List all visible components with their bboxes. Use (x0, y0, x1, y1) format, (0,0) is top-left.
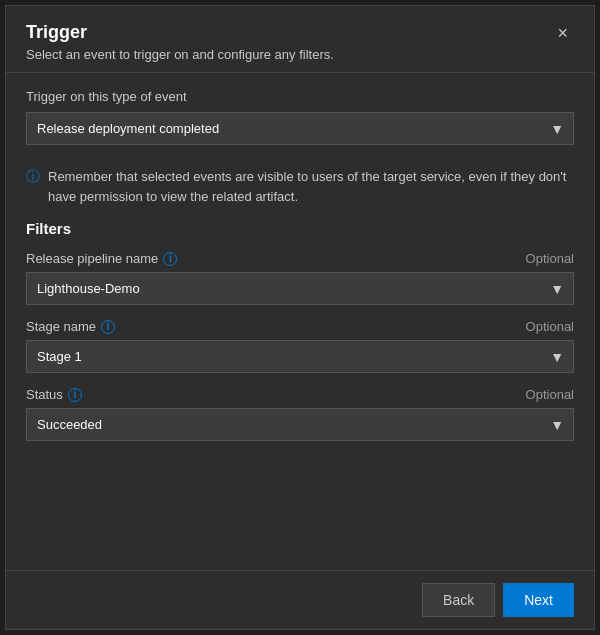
stage-name-label-row: Stage name i Optional (26, 319, 574, 334)
status-select-wrapper: Succeeded ▼ (26, 408, 574, 441)
pipeline-name-info-icon: i (163, 252, 177, 266)
status-label: Status (26, 387, 63, 402)
stage-name-select[interactable]: Stage 1 (26, 340, 574, 373)
trigger-type-select[interactable]: Release deployment completed (26, 112, 574, 145)
stage-name-filter: Stage name i Optional Stage 1 ▼ (26, 319, 574, 373)
trigger-dialog: Trigger Select an event to trigger on an… (5, 5, 595, 630)
status-select[interactable]: Succeeded (26, 408, 574, 441)
status-label-row: Status i Optional (26, 387, 574, 402)
info-icon: ⓘ (26, 168, 40, 186)
stage-name-optional: Optional (526, 319, 574, 334)
stage-name-select-wrapper: Stage 1 ▼ (26, 340, 574, 373)
pipeline-name-label-left: Release pipeline name i (26, 251, 177, 266)
header-text: Trigger Select an event to trigger on an… (26, 22, 334, 62)
info-message: Remember that selected events are visibl… (48, 167, 574, 206)
dialog-title: Trigger (26, 22, 334, 43)
filters-heading: Filters (26, 220, 574, 237)
pipeline-name-select-wrapper: Lighthouse-Demo ▼ (26, 272, 574, 305)
status-info-icon: i (68, 388, 82, 402)
close-button[interactable]: × (551, 22, 574, 44)
next-button[interactable]: Next (503, 583, 574, 617)
dialog-header: Trigger Select an event to trigger on an… (6, 6, 594, 73)
trigger-type-wrapper: Release deployment completed ▼ (26, 112, 574, 145)
trigger-section-label: Trigger on this type of event (26, 89, 574, 104)
pipeline-name-optional: Optional (526, 251, 574, 266)
status-label-left: Status i (26, 387, 82, 402)
info-box: ⓘ Remember that selected events are visi… (26, 157, 574, 220)
pipeline-name-label: Release pipeline name (26, 251, 158, 266)
pipeline-name-select[interactable]: Lighthouse-Demo (26, 272, 574, 305)
stage-name-label-left: Stage name i (26, 319, 115, 334)
back-button[interactable]: Back (422, 583, 495, 617)
dialog-subtitle: Select an event to trigger on and config… (26, 47, 334, 62)
pipeline-name-label-row: Release pipeline name i Optional (26, 251, 574, 266)
status-filter: Status i Optional Succeeded ▼ (26, 387, 574, 441)
dialog-body: Trigger on this type of event Release de… (6, 73, 594, 570)
stage-name-info-icon: i (101, 320, 115, 334)
status-optional: Optional (526, 387, 574, 402)
pipeline-name-filter: Release pipeline name i Optional Lightho… (26, 251, 574, 305)
stage-name-label: Stage name (26, 319, 96, 334)
dialog-footer: Back Next (6, 570, 594, 629)
